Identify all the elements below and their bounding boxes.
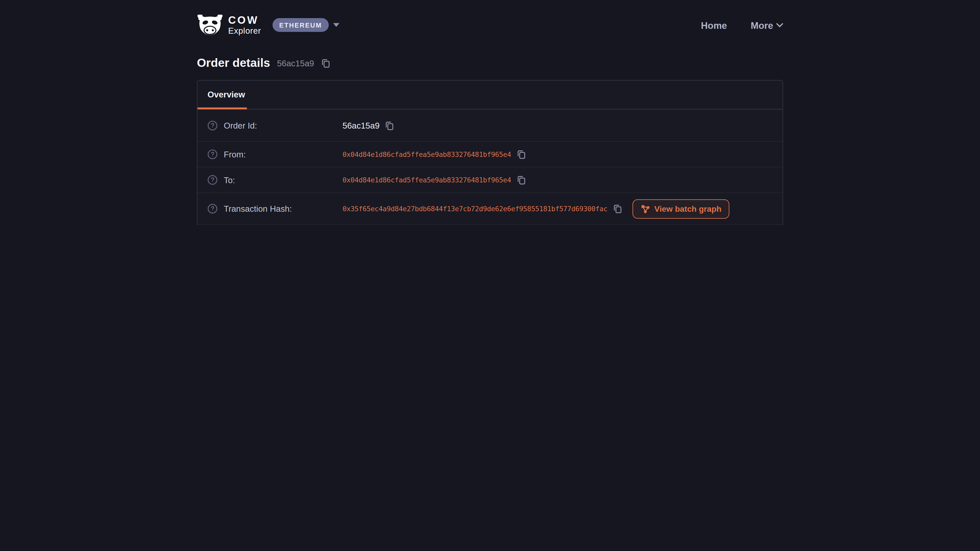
nav-item-home[interactable]: Home xyxy=(701,20,727,30)
row-label-text: From: xyxy=(224,150,246,159)
nav-item-more[interactable]: More xyxy=(751,20,783,30)
order-id-copy-icon[interactable] xyxy=(385,121,394,130)
help-icon[interactable]: ? xyxy=(207,175,218,185)
network-badge[interactable]: ETHEREUM xyxy=(272,18,329,32)
nav-home-label: Home xyxy=(701,20,727,30)
chevron-down-icon xyxy=(776,23,783,27)
cow-explorer-logo[interactable]: COW Explorer xyxy=(197,14,261,35)
main-nav: Home More xyxy=(701,20,783,30)
row-order-id: ? Order Id: 56ac15a9 xyxy=(197,110,783,141)
tab-active-underline xyxy=(197,107,247,109)
row-label-text: Order Id: xyxy=(224,121,257,130)
caret-down-icon xyxy=(333,23,339,27)
svg-text:?: ? xyxy=(211,205,214,212)
help-icon[interactable]: ? xyxy=(207,121,218,130)
logo-subtitle: Explorer xyxy=(228,27,261,35)
order-short-id: 56ac15a9 xyxy=(277,59,314,68)
svg-text:?: ? xyxy=(211,176,214,183)
network-selector[interactable]: ETHEREUM xyxy=(272,18,339,32)
view-batch-graph-button[interactable]: View batch graph xyxy=(632,199,730,218)
nav-more-label: More xyxy=(751,20,773,30)
row-status: ? Status: Filled xyxy=(197,224,783,225)
logo-wordmark: COW xyxy=(228,15,261,25)
row-label-text: To: xyxy=(224,175,235,185)
row-label-text: Transaction Hash: xyxy=(224,204,292,213)
tx-hash-copy-icon[interactable] xyxy=(613,204,622,213)
from-copy-icon[interactable] xyxy=(517,150,525,159)
cow-logo-icon xyxy=(197,14,223,35)
page-title-row: Order details 56ac15a9 xyxy=(197,56,783,70)
svg-text:?: ? xyxy=(211,122,214,129)
row-from: ? From: 0x04d84e1d86cfad5ffea5e9ab833276… xyxy=(197,141,783,167)
page-title: Order details xyxy=(197,56,270,70)
row-to: ? To: 0x04d84e1d86cfad5ffea5e9ab83327648… xyxy=(197,167,783,192)
svg-text:?: ? xyxy=(211,151,214,158)
to-address-link[interactable]: 0x04d84e1d86cfad5ffea5e9ab833276481bf965… xyxy=(342,176,511,184)
header: COW Explorer ETHEREUM Home More xyxy=(197,0,783,41)
to-copy-icon[interactable] xyxy=(517,175,525,185)
tx-hash-link[interactable]: 0x35f65ec4a9d84e27bdb6844f13e7cb72d9de62… xyxy=(342,205,608,213)
row-transaction-hash: ? Transaction Hash: 0x35f65ec4a9d84e27bd… xyxy=(197,192,783,224)
from-address-link[interactable]: 0x04d84e1d86cfad5ffea5e9ab833276481bf965… xyxy=(342,150,511,159)
title-copy-icon[interactable] xyxy=(321,59,330,68)
tabbar: Overview xyxy=(197,81,783,110)
order-details-card: Overview ? Order Id: 56ac15a9 xyxy=(197,80,783,225)
batch-graph-icon xyxy=(641,204,650,213)
help-icon[interactable]: ? xyxy=(207,203,218,213)
view-batch-graph-label: View batch graph xyxy=(654,204,721,213)
order-id-value: 56ac15a9 xyxy=(342,121,380,130)
help-icon[interactable]: ? xyxy=(207,149,218,159)
tab-overview[interactable]: Overview xyxy=(197,81,255,109)
